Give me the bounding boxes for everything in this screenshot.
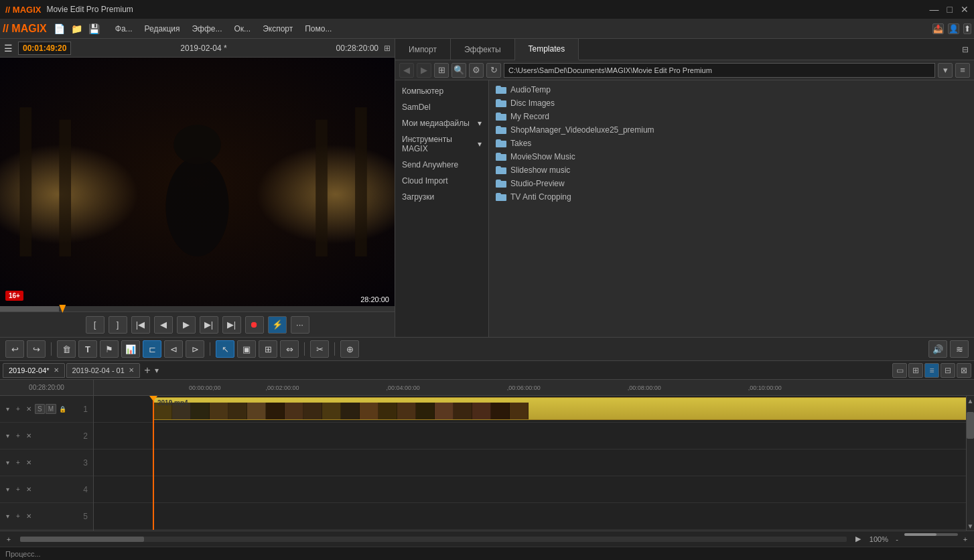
tab-dropdown-button[interactable]: ▾ — [155, 366, 159, 375]
sidebar-item-samdel[interactable]: SamDel — [395, 99, 488, 115]
track-collapse-2[interactable]: ▾ — [3, 431, 12, 441]
nav-back-button[interactable]: ◀ — [399, 63, 414, 78]
link-button[interactable]: ⊳ — [186, 340, 204, 358]
scroll-up-button[interactable]: ▲ — [967, 396, 974, 405]
nav-settings-button[interactable]: ⚙ — [469, 63, 484, 78]
track-remove-4[interactable]: ✕ — [24, 485, 33, 494]
track-collapse-5[interactable]: ▾ — [3, 512, 12, 521]
sidebar-item-downloads[interactable]: Загрузки — [395, 189, 488, 205]
menu-effects[interactable]: Эффе... — [186, 21, 227, 36]
tab-import[interactable]: Импорт — [395, 39, 451, 60]
goto-start-button[interactable]: |◀ — [131, 316, 150, 334]
sidebar-item-tools[interactable]: Инструменты MAGIX ▾ — [395, 131, 488, 157]
audio-button[interactable]: 📊 — [121, 340, 140, 358]
track-add-1[interactable]: + — [13, 405, 23, 414]
close-tab-2[interactable]: ✕ — [129, 366, 134, 374]
track-collapse-4[interactable]: ▾ — [3, 485, 12, 494]
tab-templates[interactable]: Templates — [515, 39, 579, 60]
nav-up-button[interactable]: ⊞ — [434, 63, 449, 78]
timeline-tab-1[interactable]: 2019-02-04* ✕ — [3, 363, 65, 378]
share-button[interactable]: 📤 — [932, 23, 944, 34]
menu-ok[interactable]: Ок... — [229, 21, 257, 36]
track-content[interactable]: 2019.mp4 — [94, 396, 966, 531]
menu-help[interactable]: Помо... — [299, 21, 337, 36]
expand-button[interactable]: ⊞ — [384, 44, 391, 53]
track-add-3[interactable]: + — [13, 458, 23, 468]
horizontal-scrollbar[interactable] — [20, 537, 847, 542]
hscroll-thumb[interactable] — [20, 537, 144, 542]
account-button[interactable]: 👤 — [948, 23, 959, 34]
new-file-button[interactable]: 📄 — [52, 21, 67, 36]
text-tool[interactable]: T — [78, 340, 97, 358]
track-lock-1[interactable]: 🔒 — [59, 406, 66, 413]
menu-edit[interactable]: Редакция — [139, 21, 186, 36]
track-remove-3[interactable]: ✕ — [24, 458, 33, 468]
next-frame-button[interactable]: ▶| — [200, 316, 218, 334]
mark-out-button[interactable]: ] — [109, 316, 127, 334]
close-button[interactable]: ✕ — [961, 4, 969, 15]
scroll-thumb[interactable] — [967, 412, 974, 439]
snap-tool[interactable]: ⊞ — [259, 340, 277, 358]
scrubbar[interactable] — [0, 306, 395, 311]
add-track-button[interactable]: + — [3, 533, 15, 545]
sidebar-item-cloudimport[interactable]: Cloud Import — [395, 173, 488, 189]
timeline-view[interactable]: ⊠ — [957, 363, 971, 378]
file-item-slideshow[interactable]: Slideshow music — [492, 163, 971, 177]
zoom-out-button[interactable]: - — [891, 533, 903, 545]
zoom-in-button[interactable]: + — [959, 533, 971, 545]
prev-frame-button[interactable]: ◀ — [154, 316, 173, 334]
track-remove-2[interactable]: ✕ — [24, 431, 33, 441]
cursor-tool[interactable]: ↖ — [216, 340, 234, 358]
track-remove-5[interactable]: ✕ — [24, 512, 33, 521]
goto-end-button[interactable]: ▶| — [222, 316, 241, 334]
single-track-view[interactable]: ▭ — [892, 363, 907, 378]
nav-search-button[interactable]: 🔍 — [451, 63, 466, 78]
maximize-button[interactable]: □ — [947, 4, 953, 15]
open-file-button[interactable]: 📁 — [70, 21, 84, 36]
sidebar-item-media[interactable]: Мои медиафайлы ▾ — [395, 115, 488, 131]
zoom-slider[interactable] — [904, 533, 958, 536]
sidebar-item-computer[interactable]: Компьютер — [395, 83, 488, 99]
save-file-button[interactable]: 💾 — [87, 21, 102, 36]
play-timeline-button[interactable]: ▶ — [852, 533, 864, 545]
file-item-discimages[interactable]: Disc Images — [492, 96, 971, 110]
file-item-myrecord[interactable]: My Record — [492, 110, 971, 123]
multi-track-view[interactable]: ⊞ — [908, 363, 923, 378]
nav-refresh-button[interactable]: ↻ — [486, 63, 501, 78]
cut-button[interactable]: ✂ — [310, 340, 329, 358]
storyboard-view[interactable]: ⊟ — [941, 363, 955, 378]
mark-in-button[interactable]: [ — [86, 316, 105, 334]
mute-button-1[interactable]: M — [46, 404, 56, 414]
file-item-audiotemp[interactable]: AudioTemp — [492, 83, 971, 96]
special-button[interactable]: ⚡ — [268, 316, 287, 334]
tab-effects[interactable]: Эффекты — [451, 39, 515, 60]
track-add-2[interactable]: + — [13, 431, 23, 441]
file-item-studio[interactable]: Studio-Preview — [492, 177, 971, 190]
track-collapse-3[interactable]: ▾ — [3, 458, 12, 468]
record-button[interactable]: ⏺ — [245, 316, 264, 334]
add-tab-button[interactable]: + — [141, 364, 153, 376]
timeline-tab-2[interactable]: 2019-02-04 - 01 ✕ — [66, 363, 140, 378]
hscroll-track[interactable] — [20, 537, 847, 542]
nav-forward-button[interactable]: ▶ — [417, 63, 431, 78]
marker-button[interactable]: ⚑ — [100, 340, 119, 358]
play-button[interactable]: ▶ — [177, 316, 196, 334]
waveform-button[interactable]: ≋ — [950, 340, 969, 358]
track-add-4[interactable]: + — [13, 485, 23, 494]
close-tab-1[interactable]: ✕ — [54, 366, 59, 374]
sidebar-item-sendanywhere[interactable]: Send Anywhere — [395, 157, 488, 173]
redo-button[interactable]: ↪ — [27, 340, 46, 358]
menu-file[interactable]: Фа... — [110, 21, 138, 36]
file-item-tvanti[interactable]: TV Anti Cropping — [492, 190, 971, 204]
view-options-button[interactable]: ≡ — [955, 63, 970, 78]
file-item-shopmanager[interactable]: ShopManager_Videodeluxe25_premium — [492, 123, 971, 137]
hamburger-menu[interactable]: ☰ — [4, 43, 13, 54]
menu-export[interactable]: Экспорт — [257, 21, 298, 36]
more-button[interactable]: ··· — [291, 316, 309, 334]
volume-button[interactable]: 🔊 — [928, 340, 947, 358]
scroll-down-button[interactable]: ▼ — [967, 521, 974, 531]
path-dropdown-button[interactable]: ▾ — [938, 63, 953, 78]
resize-tool[interactable]: ⇔ — [280, 340, 299, 358]
magnet-tool[interactable]: ⊏ — [143, 340, 161, 358]
solo-button-1[interactable]: S — [35, 404, 45, 414]
